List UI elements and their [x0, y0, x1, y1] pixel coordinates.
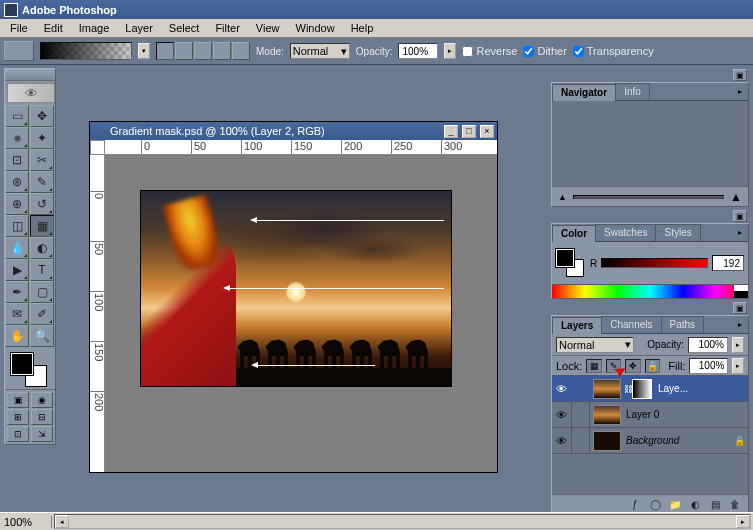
horizontal-ruler[interactable]: 0 50 100 150 200 250 300	[105, 140, 497, 155]
lock-position-button[interactable]: ✥	[625, 359, 641, 373]
layer-name[interactable]: Layer 0	[624, 409, 748, 420]
new-layer-button[interactable]: ▤	[706, 498, 724, 512]
blur-tool[interactable]: 💧	[5, 237, 29, 259]
ruler-origin[interactable]	[90, 140, 105, 155]
quickmask-mode-button[interactable]: ◉	[31, 392, 53, 408]
magic-wand-tool[interactable]: ✦	[30, 127, 54, 149]
lock-transparent-button[interactable]: ▦	[586, 359, 602, 373]
eraser-tool[interactable]: ◫	[5, 215, 29, 237]
color-swatches[interactable]	[5, 349, 55, 389]
gradient-tool[interactable]: ▦	[30, 215, 54, 237]
lock-all-button[interactable]: 🔒	[645, 359, 661, 373]
history-brush-tool[interactable]: ↺	[30, 193, 54, 215]
document-titlebar[interactable]: Gradient mask.psd @ 100% (Layer 2, RGB) …	[90, 122, 497, 140]
color-collapse-button[interactable]: ▣	[733, 210, 747, 222]
marquee-tool[interactable]: ▭	[5, 105, 29, 127]
standard-mode-button[interactable]: ▣	[7, 392, 29, 408]
layer-row-background[interactable]: 👁 Background 🔒	[552, 428, 748, 454]
vertical-ruler[interactable]: 0 50 100 150 200	[90, 155, 105, 472]
delete-layer-button[interactable]: 🗑	[726, 498, 744, 512]
toolbox-grip[interactable]	[5, 69, 55, 81]
navigator-menu-icon[interactable]: ▸	[734, 85, 746, 97]
shape-tool[interactable]: ▢	[30, 281, 54, 303]
screen-fullmenu-button[interactable]: ⊟	[31, 409, 53, 425]
dither-checkbox[interactable]: Dither	[523, 45, 566, 57]
new-set-button[interactable]: 📁	[666, 498, 684, 512]
gradient-diamond-button[interactable]	[232, 42, 250, 60]
photoshop-logo[interactable]	[7, 83, 55, 103]
menu-image[interactable]: Image	[71, 20, 118, 36]
crop-tool[interactable]: ⊡	[5, 149, 29, 171]
gradient-radial-button[interactable]	[175, 42, 193, 60]
link-toggle[interactable]	[572, 402, 590, 427]
layer-style-button[interactable]: ƒ	[626, 498, 644, 512]
menu-filter[interactable]: Filter	[207, 20, 247, 36]
r-value-field[interactable]: 192	[712, 255, 744, 271]
layer-opacity-flyout[interactable]: ▸	[732, 337, 744, 353]
tab-info[interactable]: Info	[615, 83, 650, 100]
gradient-picker[interactable]	[40, 42, 132, 60]
menu-window[interactable]: Window	[288, 20, 343, 36]
zoom-out-icon[interactable]: ▲	[558, 192, 567, 202]
tab-paths[interactable]: Paths	[661, 316, 705, 333]
tab-swatches[interactable]: Swatches	[595, 224, 656, 241]
layer-name[interactable]: Background	[624, 435, 734, 446]
zoom-field[interactable]: 100%	[0, 516, 52, 528]
tab-color[interactable]: Color	[552, 225, 596, 242]
menu-help[interactable]: Help	[343, 20, 382, 36]
opacity-flyout[interactable]: ▸	[444, 43, 456, 59]
layer-opacity-field[interactable]: 100%	[688, 337, 728, 353]
reverse-checkbox[interactable]: Reverse	[462, 45, 517, 57]
link-toggle[interactable]	[572, 376, 590, 401]
screen-full-button[interactable]: ⊡	[7, 426, 29, 442]
adjustment-layer-button[interactable]: ◐	[686, 498, 704, 512]
path-selection-tool[interactable]: ▶	[5, 259, 29, 281]
tab-layers[interactable]: Layers	[552, 317, 602, 334]
close-button[interactable]: ×	[480, 125, 494, 138]
scroll-left-button[interactable]: ◂	[55, 515, 69, 528]
type-tool[interactable]: T	[30, 259, 54, 281]
menu-view[interactable]: View	[248, 20, 288, 36]
tab-styles[interactable]: Styles	[655, 224, 700, 241]
blend-mode-select[interactable]: Normal▾	[290, 43, 350, 59]
healing-brush-tool[interactable]: ⊛	[5, 171, 29, 193]
slice-tool[interactable]: ✂	[30, 149, 54, 171]
menu-file[interactable]: File	[2, 20, 36, 36]
horizontal-scrollbar[interactable]: ◂ ▸	[54, 514, 751, 529]
gradient-angle-button[interactable]	[194, 42, 212, 60]
scroll-right-button[interactable]: ▸	[736, 515, 750, 528]
lasso-tool[interactable]: ⎈	[5, 127, 29, 149]
zoom-tool[interactable]: 🔍	[30, 325, 54, 347]
menu-select[interactable]: Select	[161, 20, 208, 36]
navigator-preview[interactable]	[552, 101, 748, 186]
pen-tool[interactable]: ✒	[5, 281, 29, 303]
visibility-toggle[interactable]: 👁	[552, 428, 572, 453]
navigator-collapse-button[interactable]: ▣	[733, 69, 747, 81]
zoom-slider[interactable]	[573, 195, 724, 199]
minimize-button[interactable]: _	[444, 125, 458, 138]
foreground-color-swatch[interactable]	[11, 353, 33, 375]
menu-layer[interactable]: Layer	[117, 20, 161, 36]
canvas-viewport[interactable]	[105, 155, 497, 472]
gradient-reflected-button[interactable]	[213, 42, 231, 60]
layer-fill-flyout[interactable]: ▸	[732, 358, 744, 374]
screen-standard-button[interactable]: ⊞	[7, 409, 29, 425]
color-menu-icon[interactable]: ▸	[734, 226, 746, 238]
add-mask-button[interactable]: ◯	[646, 498, 664, 512]
layer-thumbnail[interactable]	[593, 431, 621, 451]
dodge-tool[interactable]: ◐	[30, 237, 54, 259]
color-ramp[interactable]	[552, 284, 748, 298]
layer-row-layer2[interactable]: 👁 ⛓ Laye...	[552, 376, 748, 402]
stamp-tool[interactable]: ⊕	[5, 193, 29, 215]
opacity-field[interactable]: 100%	[398, 43, 438, 59]
layers-menu-icon[interactable]: ▸	[734, 318, 746, 330]
gradient-linear-button[interactable]	[156, 42, 174, 60]
mask-link-icon[interactable]: ⛓	[624, 384, 632, 394]
canvas[interactable]	[141, 191, 451, 386]
transparency-checkbox[interactable]: Transparency	[573, 45, 654, 57]
color-fg-swatch[interactable]	[556, 249, 574, 267]
tab-navigator[interactable]: Navigator	[552, 84, 616, 101]
layers-collapse-button[interactable]: ▣	[733, 302, 747, 314]
layer-row-layer0[interactable]: 👁 Layer 0	[552, 402, 748, 428]
hand-tool[interactable]: ✋	[5, 325, 29, 347]
